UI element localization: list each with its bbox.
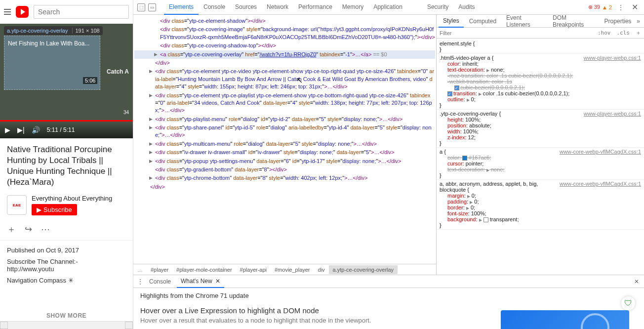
dom-node[interactable]: </div> (134, 183, 435, 191)
dom-breadcrumb[interactable]: …#player#player-mole-container#player-ap… (133, 264, 436, 275)
devtools-tab-console[interactable]: Console (199, 0, 230, 15)
add-icon[interactable]: ＋ (7, 223, 16, 235)
expand-toggle-icon[interactable]: ▶ (149, 175, 153, 181)
dom-node[interactable]: ▶<div class="ytp-popup ytp-settings-menu… (134, 157, 435, 165)
css-rule[interactable]: www-player-webp.css:1.html5-video-player… (437, 54, 644, 110)
styles-more-icon[interactable]: » (637, 18, 644, 25)
devtools-tab-application[interactable]: Application (368, 0, 407, 15)
devtools-tab-memory[interactable]: Memory (337, 0, 368, 15)
styles-tab-styles[interactable]: Styles (439, 15, 464, 28)
issue-counter[interactable]: ⊗ 39 ▲ 2 (588, 4, 612, 10)
more-icon[interactable]: ⋯ (41, 224, 50, 235)
dom-node[interactable]: ▶<div class="ytp-ce-element ytp-ce-video… (134, 67, 435, 91)
expand-toggle-icon[interactable]: ▶ (149, 149, 153, 156)
breadcrumb-item[interactable]: … (133, 265, 147, 274)
dom-node[interactable]: ▶<div class="ytp-ce-element ytp-ce-playl… (134, 91, 435, 115)
subscribe-label: Subscribe (43, 206, 72, 213)
drawer-tab-console[interactable]: Console (145, 276, 175, 288)
breadcrumb-item[interactable]: #player-mole-container (172, 265, 236, 274)
inspector-tooltip: a.ytp-ce-covering-overlay 191 × 108 (4, 26, 103, 35)
breadcrumb-item[interactable]: #player (147, 265, 172, 274)
show-more-button[interactable]: SHOW MORE (0, 312, 133, 321)
expand-toggle-icon[interactable]: ▶ (149, 68, 153, 75)
breadcrumb-item[interactable]: #movie_player (271, 265, 314, 274)
channel-name[interactable]: Everything About Everything (32, 195, 112, 202)
search-input[interactable] (34, 5, 129, 19)
volume-icon[interactable]: 🔊 (32, 126, 40, 134)
expand-toggle-icon[interactable]: ▶ (149, 92, 153, 99)
dom-node[interactable]: ▶<div class="iv-drawer iv-drawer-small" … (134, 148, 435, 157)
expand-toggle-icon[interactable]: ▶ (149, 158, 153, 164)
expand-toggle-icon[interactable]: ▶ (149, 116, 153, 123)
dom-node[interactable]: </div> (134, 59, 435, 67)
channel-avatar[interactable]: EAE (7, 195, 27, 215)
next-icon[interactable]: ▶| (17, 126, 25, 134)
dom-node[interactable]: ▶<div class="ytp-chrome-bottom" data-lay… (134, 174, 435, 182)
device-toggle-icon[interactable]: ▭ (148, 3, 156, 11)
expand-toggle-icon[interactable]: ▶ (149, 141, 153, 147)
breadcrumb-item[interactable]: div (314, 265, 329, 274)
kebab-icon[interactable]: ⋮ (614, 4, 628, 11)
add-rule-icon[interactable]: ＋ (633, 29, 644, 37)
dom-tree[interactable]: ↖ <div class="ytp-ce-element-shadow"></d… (133, 15, 436, 264)
toggle-checkbox-icon[interactable] (454, 85, 459, 90)
dom-node[interactable]: ▶<div class="ytp-playlist-menu" role="di… (134, 115, 435, 123)
styles-rules[interactable]: element.style {}www-player-webp.css:1.ht… (437, 39, 644, 275)
devtools-tab-network[interactable]: Network (262, 0, 293, 15)
color-swatch-icon[interactable] (483, 217, 488, 222)
hov-toggle[interactable]: :hov (595, 30, 614, 36)
source-link[interactable]: www-core-webp-vflMCagdX.css:1 (560, 181, 641, 187)
devtools-tab-sources[interactable]: Sources (230, 0, 262, 15)
play-icon[interactable]: ▶ (5, 126, 10, 134)
css-rule[interactable]: www-core-webp-vflMCagdX.css:1a, abbr, ac… (437, 180, 644, 230)
whatsnew-heading: Highlights from the Chrome 71 update (140, 292, 637, 299)
expand-toggle-icon[interactable]: ▶ (154, 51, 158, 58)
hamburger-icon[interactable] (4, 9, 11, 15)
styles-filter-input[interactable] (437, 29, 595, 38)
styles-tab-computed[interactable]: Computed (465, 15, 501, 27)
css-rule[interactable]: www-core-webp-vflMCagdX.css:1a {color: #… (437, 148, 644, 180)
dom-node[interactable]: ▶<div class="ytp-share-panel" id="ytp-id… (134, 123, 435, 140)
breadcrumb-item[interactable]: a.ytp-ce-covering-overlay (329, 265, 398, 274)
dom-node[interactable]: <div class="ytp-ce-element-shadow"></div… (134, 17, 435, 25)
dom-node[interactable]: <div class="ytp-ce-covering-image" style… (134, 25, 435, 41)
devtools-tab-audits[interactable]: Audits (453, 0, 480, 15)
color-swatch-icon[interactable] (462, 156, 467, 161)
horizontal-scrollbar[interactable] (0, 321, 133, 329)
subscribe-button[interactable]: ▶ Subscribe (32, 204, 77, 215)
css-rule[interactable]: element.style {} (437, 40, 644, 54)
devtools-drawer: ⋮ Console What's New ✕ ✕ Highlights from… (133, 275, 644, 329)
css-rule[interactable]: www-player-webp.css:1.ytp-ce-covering-ov… (437, 110, 644, 148)
close-devtools-icon[interactable]: ✕ (630, 2, 640, 12)
devtools-tab-performance[interactable]: Performance (293, 0, 337, 15)
close-drawer-icon[interactable]: ✕ (634, 278, 639, 285)
devtools-tab-security[interactable]: Security (422, 0, 453, 15)
devtools-tab-elements[interactable]: Elements (164, 0, 199, 15)
source-link[interactable]: www-core-webp-vflMCagdX.css:1 (560, 149, 641, 155)
styles-tabs: StylesComputedEvent ListenersDOM Breakpo… (437, 15, 644, 28)
dom-node[interactable]: <div class="ytp-ce-covering-shadow-top">… (134, 41, 435, 50)
dom-node[interactable]: <div class="ytp-gradient-bottom" data-la… (134, 165, 435, 174)
dom-node[interactable]: ▶<div class="ytp-multicam-menu" role="di… (134, 140, 435, 148)
dom-node[interactable]: ▶<a class="ytp-ce-covering-overlay" href… (134, 50, 435, 59)
devtools-tabs: ElementsConsoleSourcesNetworkPerformance… (164, 0, 480, 15)
youtube-logo-icon[interactable] (16, 6, 29, 18)
drawer-menu-icon[interactable]: ⋮ (137, 278, 143, 285)
source-link[interactable]: www-player-webp.css:1 (584, 111, 641, 117)
toggle-checkbox-icon[interactable] (447, 91, 452, 96)
cls-toggle[interactable]: .cls (614, 30, 633, 36)
yt-header (0, 0, 133, 24)
styles-tab-properties[interactable]: Properties (600, 15, 636, 27)
close-tab-icon[interactable]: ✕ (215, 278, 220, 285)
video-player[interactable]: a.ytp-ce-covering-overlay 191 × 108 Net … (0, 24, 133, 138)
endscreen-thumb-duration: 5:06 (83, 77, 97, 84)
whatsnew-promo-image (501, 310, 629, 329)
scroll-left-icon[interactable] (0, 322, 8, 329)
share-icon[interactable]: ↪ (25, 224, 32, 235)
source-link[interactable]: www-player-webp.css:1 (584, 55, 641, 61)
breadcrumb-item[interactable]: #player-api (236, 265, 271, 274)
inspect-element-icon[interactable]: ⬚ (137, 3, 145, 11)
scroll-right-multi-icon[interactable] (125, 322, 133, 329)
drawer-tab-whatsnew[interactable]: What's New ✕ (177, 275, 224, 288)
expand-toggle-icon[interactable]: ▶ (149, 124, 153, 131)
